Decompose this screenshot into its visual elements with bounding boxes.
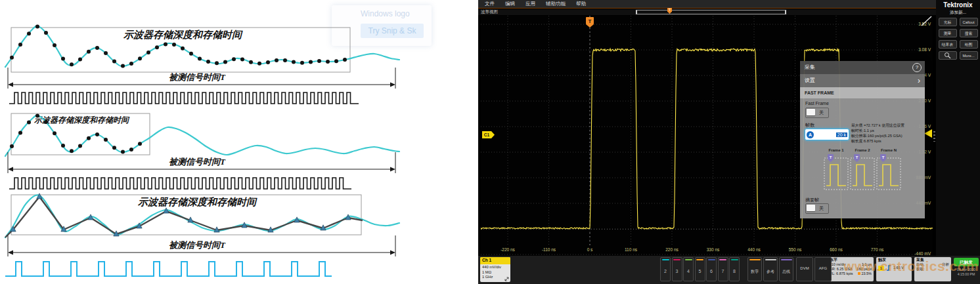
diagram-panel-2: 示波器存储深度和存储时间被测信号时间T [5,113,399,189]
fast-frame-section-header: FAST FRAME [800,87,925,98]
sample-dot [27,31,31,35]
waveform-view-tab[interactable]: 波形视图 [481,9,498,15]
svg-text:T: T [882,155,885,159]
sidebar-button-2[interactable]: 测量 [939,29,957,37]
channel-color-stripe [719,259,726,260]
channel-color-stripe [696,259,703,260]
channel-5-button[interactable]: 5 [695,257,705,281]
menu-item-3[interactable]: 辅助功能 [546,1,566,7]
fast-frame-toggle[interactable]: 关 [805,108,829,118]
svg-text:C1: C1 [484,132,490,137]
frame-pulse-canvas: T [850,154,875,191]
arrowhead-right [390,167,395,172]
sample-dot [275,58,278,62]
channel-3-button[interactable]: 3 [672,257,682,281]
feature-button-AFG[interactable]: AFG [814,257,832,281]
channel-color-stripe [708,259,715,260]
feature-button-参考[interactable]: 参考 [763,257,778,281]
expand-icon [504,277,509,281]
frame-count-input[interactable]: A 20 k [805,129,849,140]
sidebar-button-4[interactable]: 结果表 [939,40,957,49]
x-axis-label: 440 ns [747,247,761,252]
sample-dot [223,60,227,64]
arrowhead-right [390,83,395,87]
feature-label: DVM [797,266,813,270]
sidebar-button-0[interactable]: 光标 [939,18,957,26]
settings-row[interactable]: 设置 › [800,74,925,87]
channel-color-stripe [731,259,738,260]
x-axis-label: -110 ns [542,247,556,252]
svg-text:T: T [856,155,858,159]
sample-dot [112,59,116,63]
sidebar-button-grid: 光标Callout测量搜索结果表绘图More... [936,18,980,60]
dialog-header: 采集 ? [800,61,925,74]
x-axis-label: 0 s [587,247,593,252]
menu-item-4[interactable]: 帮助 [576,1,586,7]
svg-text:T: T [830,155,832,159]
menu-item-0[interactable]: 文件 [485,1,495,7]
channel-2-button[interactable]: 2 [660,257,671,281]
sample-dot [181,47,185,51]
sidebar-button-1[interactable]: Callout [960,18,978,26]
sample-dot [95,132,99,136]
help-icon[interactable]: ? [912,63,922,72]
svg-text:T: T [589,18,592,24]
frame-count-label: 帧数 [805,122,814,129]
sample-dot [146,51,150,54]
sidebar-button-7[interactable]: More... [960,51,978,60]
feature-button-DVM[interactable]: DVM [796,257,813,281]
fast-frame-state: 关 [819,110,824,116]
feature-button-数字[interactable]: 数字 [747,257,762,281]
channel-7-button[interactable]: 7 [718,257,728,281]
arrowhead-left [8,83,13,87]
sample-dot [138,142,142,146]
x-axis-label: 330 ns [707,247,720,252]
frame-count-value: 20 k [836,132,847,137]
dialog-body: Fast Frame 关 帧数 A 20 k 最大值 =72.727 k 使用这… [800,98,925,218]
sidebar-button-3[interactable]: 搜索 [960,29,978,37]
channel-color-stripe [673,259,680,260]
channel-number: 4 [684,269,693,274]
feature-label: 参考 [764,269,777,275]
channel-1-badge[interactable]: Ch 1 440 mV/div 1 MΩ 1 GHz [480,257,510,282]
feature-button-总线[interactable]: 总线 [779,257,793,281]
sidebar-button-5[interactable]: 绘图 [960,40,978,49]
sample-dot [78,144,82,148]
sample-dot [309,60,313,64]
arrowhead-right [390,251,395,255]
right-sidebar: Tektronix 添加新... 光标Callout测量搜索结果表绘图More.… [936,0,980,256]
add-new-label: 添加新... [936,10,980,16]
zoom-search-icon [944,52,952,58]
sample-dot [129,62,133,66]
sample-dot [317,59,321,63]
frame-label: Frame 1 [824,148,849,154]
sample-dot [18,43,22,47]
channel-6-button[interactable]: 6 [706,257,717,281]
diagram-panel-3: 示波器存储深度和存储时间被测信号时间T [5,193,399,276]
toggle-knob [807,109,815,115]
frame-pulse [826,165,846,186]
drag-handle[interactable] [933,131,935,142]
info-line-duration: 帧时长:1.1 μs [851,128,922,133]
menu-item-1[interactable]: 编辑 [505,1,515,7]
record-view-bar[interactable] [636,10,786,14]
frame-label: Frame N [876,148,901,154]
channel-4-button[interactable]: 4 [683,257,694,281]
feature-color-stripe [781,259,792,260]
frame-item-2: Frame 2T [850,148,875,191]
frame-item-1: Frame 1T [824,148,849,191]
summary-frame-toggle[interactable]: 关 [805,203,829,214]
sample-dot [292,60,296,64]
sample-dot [232,57,236,61]
sample-dot [10,144,14,148]
channel-number: 7 [719,269,728,274]
time-span-label: 被测信号时间T [169,240,226,250]
x-axis-label: 220 ns [665,247,679,252]
sampling-diagram: Windows logo Try Snip & Sk 示波器存储深度和存储时间被… [0,0,478,284]
channel-number: 8 [730,269,739,274]
knob-a-icon: A [807,131,814,138]
menu-item-2[interactable]: 应用 [525,1,535,7]
arrowhead-left [8,251,13,255]
sidebar-button-zoom-search[interactable] [939,51,957,60]
channel-8-button[interactable]: 8 [729,257,740,281]
